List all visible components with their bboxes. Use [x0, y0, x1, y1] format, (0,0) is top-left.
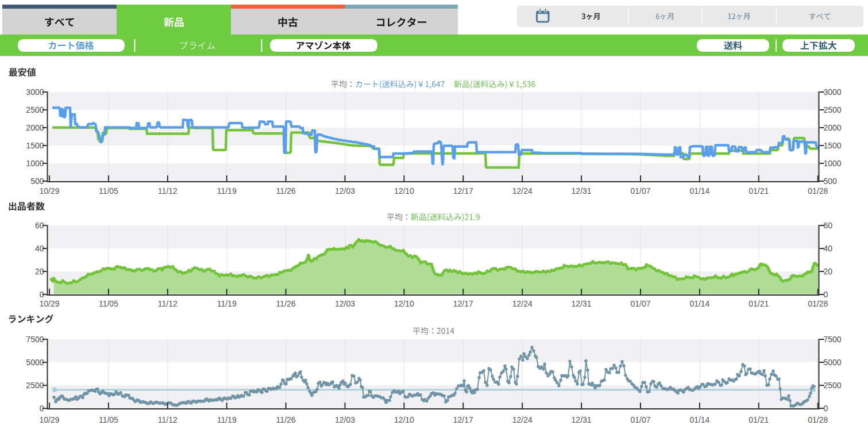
svg-text:12/10: 12/10 [394, 299, 414, 308]
svg-text:11/12: 11/12 [158, 186, 178, 196]
svg-text:1000: 1000 [26, 159, 44, 168]
svg-text:01/07: 01/07 [630, 415, 650, 424]
svg-text:0: 0 [824, 290, 828, 299]
svg-text:01/21: 01/21 [749, 415, 769, 424]
svg-text:01/14: 01/14 [689, 299, 709, 308]
svg-text:0: 0 [40, 404, 44, 413]
svg-text:11/12: 11/12 [158, 415, 178, 424]
svg-text:12/31: 12/31 [572, 299, 592, 308]
svg-text:01/14: 01/14 [689, 186, 709, 196]
svg-text:11/12: 11/12 [158, 299, 178, 308]
svg-text:500: 500 [30, 177, 44, 186]
svg-text:7500: 7500 [26, 335, 44, 344]
svg-text:12/31: 12/31 [572, 186, 592, 196]
svg-text:12/24: 12/24 [512, 415, 533, 424]
svg-text:12/24: 12/24 [512, 299, 533, 308]
svg-text:01/28: 01/28 [808, 186, 828, 196]
svg-text:12/10: 12/10 [394, 186, 414, 196]
svg-text:2000: 2000 [26, 123, 44, 132]
svg-text:7500: 7500 [824, 335, 842, 344]
svg-text:3000: 3000 [26, 87, 44, 97]
svg-text:11/19: 11/19 [217, 186, 237, 196]
svg-text:12/10: 12/10 [394, 415, 414, 424]
svg-text:20: 20 [35, 267, 44, 276]
svg-text:11/05: 11/05 [99, 415, 118, 424]
svg-text:12/17: 12/17 [453, 299, 473, 308]
svg-text:2500: 2500 [26, 381, 44, 390]
svg-text:2000: 2000 [824, 123, 842, 132]
svg-text:2500: 2500 [824, 105, 842, 114]
svg-text:11/19: 11/19 [217, 299, 237, 308]
svg-text:40: 40 [35, 244, 44, 253]
svg-text:12/31: 12/31 [572, 415, 592, 424]
svg-text:40: 40 [824, 244, 833, 253]
svg-text:500: 500 [824, 177, 838, 186]
svg-text:01/14: 01/14 [689, 415, 709, 424]
svg-text:0: 0 [40, 290, 44, 299]
svg-text:5000: 5000 [824, 358, 842, 367]
svg-text:11/19: 11/19 [217, 415, 237, 424]
svg-text:12/03: 12/03 [335, 299, 355, 308]
svg-text:11/05: 11/05 [99, 299, 118, 308]
svg-text:60: 60 [35, 221, 44, 230]
svg-text:11/26: 11/26 [276, 415, 296, 424]
svg-text:60: 60 [824, 221, 833, 230]
svg-text:12/17: 12/17 [453, 415, 473, 424]
svg-text:10/29: 10/29 [39, 415, 59, 424]
svg-text:1500: 1500 [26, 141, 44, 150]
svg-text:12/17: 12/17 [453, 186, 473, 196]
svg-text:5000: 5000 [26, 358, 44, 367]
svg-text:10/29: 10/29 [39, 186, 59, 196]
svg-text:10/29: 10/29 [39, 299, 59, 308]
svg-text:1000: 1000 [824, 159, 842, 168]
svg-text:01/28: 01/28 [808, 415, 828, 424]
svg-text:20: 20 [824, 267, 833, 276]
svg-text:01/07: 01/07 [630, 186, 650, 196]
svg-text:0: 0 [824, 404, 828, 413]
svg-text:01/07: 01/07 [630, 299, 650, 308]
svg-text:01/21: 01/21 [749, 186, 769, 196]
svg-text:11/05: 11/05 [99, 186, 118, 196]
svg-text:1500: 1500 [824, 141, 842, 150]
svg-text:11/26: 11/26 [276, 299, 296, 308]
svg-text:12/03: 12/03 [335, 186, 355, 196]
svg-text:2500: 2500 [26, 105, 44, 114]
svg-text:11/26: 11/26 [276, 186, 296, 196]
svg-text:01/21: 01/21 [749, 299, 769, 308]
svg-text:3000: 3000 [824, 87, 842, 97]
svg-text:12/24: 12/24 [512, 186, 533, 196]
svg-text:01/28: 01/28 [808, 299, 828, 308]
svg-text:12/03: 12/03 [335, 415, 355, 424]
svg-text:2500: 2500 [824, 381, 842, 390]
